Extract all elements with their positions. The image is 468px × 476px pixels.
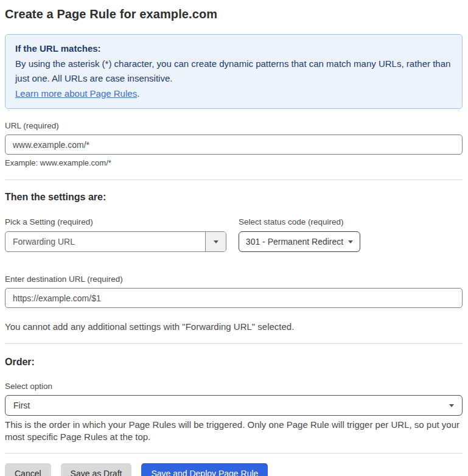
status-column: Select status code (required) 301 - Perm… (239, 205, 360, 252)
order-helper-text: This is the order in which your Page Rul… (5, 419, 463, 443)
caret-down-icon (348, 240, 353, 243)
setting-column: Pick a Setting (required) Forwarding URL (5, 205, 226, 252)
destination-url-input[interactable] (5, 288, 463, 308)
url-field-label: URL (required) (5, 121, 463, 130)
info-box-link-line: Learn more about Page Rules. (15, 86, 452, 102)
order-select-label: Select option (5, 382, 463, 391)
cancel-button[interactable]: Cancel (5, 463, 51, 476)
info-box-heading: If the URL matches: (15, 41, 452, 57)
link-suffix: . (137, 88, 139, 99)
setting-select-arrow-box[interactable] (205, 232, 226, 251)
settings-row: Pick a Setting (required) Forwarding URL… (5, 205, 463, 252)
status-code-select[interactable]: 301 - Permanent Redirect (239, 231, 360, 252)
order-section-heading: Order: (5, 357, 463, 368)
section-divider (5, 343, 463, 344)
status-select-label: Select status code (required) (239, 217, 360, 226)
page-rule-form: Create a Page Rule for example.com If th… (0, 0, 468, 476)
forwarding-note: You cannot add any additional settings w… (5, 321, 463, 332)
url-input[interactable] (5, 135, 463, 155)
page-title: Create a Page Rule for example.com (5, 7, 463, 21)
caret-down-icon (449, 404, 454, 407)
footer-divider (5, 453, 463, 453)
save-as-draft-button[interactable]: Save as Draft (61, 463, 132, 476)
setting-select-value: Forwarding URL (5, 232, 226, 251)
order-select[interactable]: First (5, 395, 463, 416)
section-divider (5, 180, 463, 180)
url-example-helper: Example: www.example.com/* (5, 158, 463, 167)
order-select-value: First (13, 401, 30, 410)
learn-more-link[interactable]: Learn more about Page Rules (15, 88, 137, 99)
url-match-info-box: If the URL matches: By using the asteris… (5, 34, 463, 109)
status-select-value: 301 - Permanent Redirect (246, 237, 343, 247)
caret-down-icon (214, 240, 218, 243)
save-and-deploy-button[interactable]: Save and Deploy Page Rule (141, 463, 268, 476)
setting-select[interactable]: Forwarding URL (5, 231, 226, 252)
info-box-body: By using the asterisk (*) character, you… (15, 57, 452, 86)
settings-section-heading: Then the settings are: (5, 192, 463, 203)
footer-actions: Cancel Save as Draft Save and Deploy Pag… (5, 463, 463, 476)
setting-select-label: Pick a Setting (required) (5, 217, 226, 226)
destination-url-label: Enter destination URL (required) (5, 275, 463, 284)
